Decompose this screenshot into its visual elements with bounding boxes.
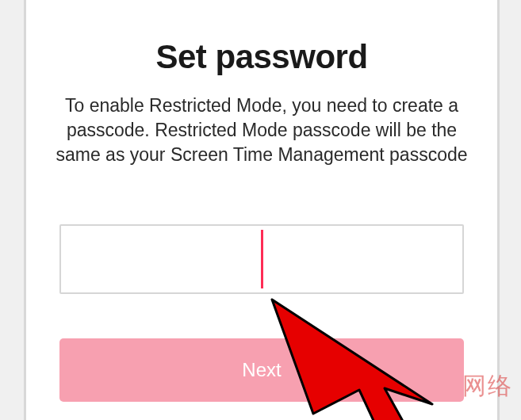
next-button-label: Next xyxy=(242,359,281,381)
passcode-input[interactable] xyxy=(59,224,464,294)
passcode-setup-screen: Set password To enable Restricted Mode, … xyxy=(24,0,500,420)
page-description: To enable Restricted Mode, you need to c… xyxy=(56,94,468,167)
input-cursor xyxy=(261,230,263,288)
page-title: Set password xyxy=(155,38,367,76)
next-button[interactable]: Next xyxy=(59,338,464,402)
